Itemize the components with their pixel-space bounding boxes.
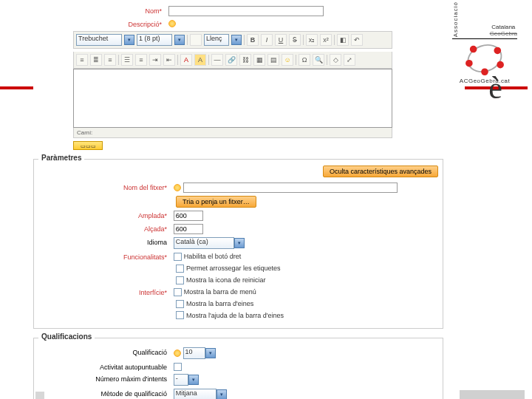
indent-icon[interactable]: ⇥ <box>149 54 161 66</box>
underline-icon[interactable]: U <box>275 34 287 46</box>
italic-icon[interactable]: I <box>261 34 273 46</box>
description-label: Descripció <box>33 19 166 28</box>
svg-point-4 <box>481 69 488 76</box>
emoji-icon[interactable]: ☺ <box>282 54 293 66</box>
iface-checkbox-1[interactable] <box>176 300 184 308</box>
editor-small-button[interactable]: ▭▭▭ <box>73 141 103 150</box>
language-select[interactable]: Català (ca) <box>174 237 234 249</box>
chevron-down-icon[interactable]: ▾ <box>234 238 245 248</box>
chevron-down-icon[interactable]: ▾ <box>188 375 199 385</box>
toolbar-btn[interactable]: ↶ <box>351 34 363 46</box>
func-option-label: Mostra la icona de reiniciar <box>186 276 266 284</box>
chevron-down-icon[interactable]: ▾ <box>231 35 242 45</box>
expand-icon[interactable]: ⤢ <box>344 54 355 66</box>
strike-icon[interactable]: S̶ <box>289 34 301 46</box>
bold-icon[interactable]: B <box>247 34 259 46</box>
logo-block: Associació Catalana GeoGebra ACGeoGebra.… <box>452 1 517 84</box>
logo-url: ACGeoGebra.cat <box>452 78 517 84</box>
red-accent-left <box>0 86 33 89</box>
outdent-icon[interactable]: ⇤ <box>163 54 175 66</box>
name-label: Nom <box>33 6 166 15</box>
maxattempts-label: Número màxim d'intents <box>38 374 171 383</box>
func-option-label: Permet arrossegar les etiquetes <box>186 265 281 272</box>
image-icon[interactable]: ▦ <box>253 54 265 66</box>
width-input[interactable] <box>174 211 203 221</box>
numlist-icon[interactable]: ≡ <box>135 54 147 66</box>
html-icon[interactable]: ◇ <box>330 54 341 66</box>
chevron-down-icon[interactable]: ▾ <box>124 35 134 45</box>
help-icon[interactable] <box>168 20 176 27</box>
qualification-select[interactable]: 10 <box>183 347 205 359</box>
help-icon[interactable] <box>174 184 181 191</box>
toolbar-btn[interactable]: ◧ <box>337 34 349 46</box>
upload-file-button[interactable]: Tria o penja un fitxer… <box>176 196 256 208</box>
lang-select[interactable]: Llenç <box>204 34 229 46</box>
font-size-select[interactable]: 1 (8 pt) <box>137 34 172 46</box>
func-option-label: Habilita el botó dret <box>184 253 242 260</box>
autograde-checkbox[interactable] <box>174 363 182 371</box>
bgcolor-icon[interactable]: A <box>194 54 206 66</box>
sup-icon[interactable]: x² <box>320 34 332 46</box>
height-label: Alçada <box>38 224 171 233</box>
iface-checkbox-2[interactable] <box>176 311 184 319</box>
filename-label: Nom del fitxer <box>38 183 171 191</box>
svg-point-5 <box>497 61 504 69</box>
editor-toolbar: Trebuchet▾ 1 (8 pt)▾ Llenç▾ B I U S̶ x₂ … <box>73 31 392 49</box>
logo-catalana: Catalana <box>491 24 515 30</box>
parameters-legend: Paràmetres <box>38 154 84 162</box>
func-checkbox-1[interactable] <box>176 265 184 273</box>
unlink-icon[interactable]: ⛓ <box>239 54 251 66</box>
qualification-label: Qualificació <box>38 347 171 356</box>
func-checkbox-0[interactable] <box>174 253 182 261</box>
parameters-section: Paràmetres Oculta característiques avanç… <box>33 159 443 329</box>
chevron-down-icon[interactable]: ▾ <box>216 389 227 399</box>
grademethod-select[interactable]: Mitjana <box>174 389 216 399</box>
grades-section: Qualificacions Qualificació 10▾ Activita… <box>33 338 443 399</box>
svg-point-2 <box>494 47 501 55</box>
editor-toolbar-2: ≡ ≣ ≡ ☰ ≡ ⇥ ⇤ A A — 🔗 ⛓ ▦ ▤ ☺ Ω 🔍 ◇ ⤢ <box>73 52 392 69</box>
maxattempts-select[interactable]: - <box>174 374 188 386</box>
hide-advanced-button[interactable]: Oculta característiques avançades <box>323 166 438 177</box>
iface-checkbox-0[interactable] <box>174 288 182 296</box>
list-icon[interactable]: ☰ <box>121 54 133 66</box>
align-left-icon[interactable]: ≡ <box>76 54 88 66</box>
logo-associacio: Associació <box>452 1 459 37</box>
description-editor[interactable] <box>73 69 392 128</box>
functionality-label: Funcionalitats <box>38 252 171 261</box>
help-icon[interactable] <box>174 349 181 357</box>
iface-option-label: Mostra la barra de menú <box>184 288 256 296</box>
footer-bar-right <box>460 390 525 399</box>
grades-legend: Qualificacions <box>38 332 95 341</box>
align-center-icon[interactable]: ≣ <box>90 54 102 66</box>
filename-input[interactable] <box>183 183 398 193</box>
autograde-label: Activitat autopuntuable <box>38 362 171 371</box>
editor-path: Camí: <box>73 128 392 138</box>
font-family-select[interactable]: Trebuchet <box>76 34 122 46</box>
logo-geogebra-top: GeoGebra <box>490 30 517 37</box>
toolbar-btn[interactable] <box>190 34 202 46</box>
func-checkbox-2[interactable] <box>176 276 184 284</box>
iface-option-label: Mostra l'ajuda de la barra d'eines <box>186 312 284 319</box>
interface-label: Interfície <box>38 287 171 296</box>
svg-point-1 <box>470 46 477 53</box>
link-icon[interactable]: 🔗 <box>225 54 237 66</box>
search-icon[interactable]: 🔍 <box>313 54 324 66</box>
rule-icon[interactable]: — <box>211 54 223 66</box>
color-icon[interactable]: A <box>180 54 192 66</box>
height-input[interactable] <box>174 224 203 234</box>
table-icon[interactable]: ▤ <box>267 54 279 66</box>
sub-icon[interactable]: x₂ <box>306 34 318 46</box>
svg-point-3 <box>466 60 473 67</box>
chevron-down-icon[interactable]: ▾ <box>205 348 216 358</box>
chevron-down-icon[interactable]: ▾ <box>174 35 185 45</box>
width-label: Amplada <box>38 211 171 219</box>
align-right-icon[interactable]: ≡ <box>104 54 116 66</box>
grademethod-label: Mètode de qualificació <box>38 389 171 398</box>
language-label: Idioma <box>38 237 171 246</box>
char-icon[interactable]: Ω <box>299 54 310 66</box>
iface-option-label: Mostra la barra d'eines <box>186 300 253 307</box>
big-character: è <box>488 70 502 106</box>
name-input[interactable] <box>168 6 324 16</box>
footer-bar-left <box>35 392 44 399</box>
